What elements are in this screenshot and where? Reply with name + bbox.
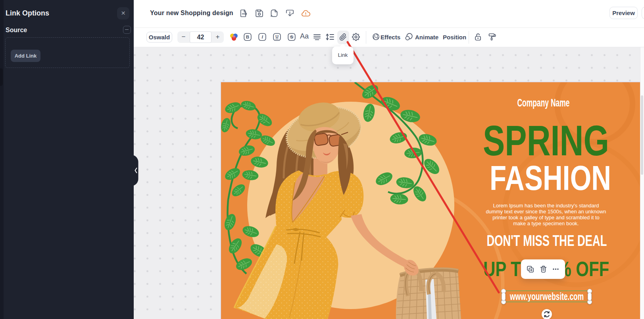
svg-text:printer took a galley of type: printer took a galley of type and scramb… — [492, 215, 600, 220]
svg-text:B: B — [246, 35, 249, 39]
svg-text:SPRING: SPRING — [483, 116, 609, 164]
svg-text:Company Name: Company Name — [517, 96, 569, 108]
svg-text:I: I — [261, 35, 263, 39]
svg-text:U: U — [275, 34, 279, 39]
svg-text:make a type specimen book.: make a type specimen book. — [513, 220, 579, 226]
svg-text:Lorem Ipsum has been the indus: Lorem Ipsum has been the industry's stan… — [493, 203, 599, 209]
svg-text:DON'T MISS THE DEAL: DON'T MISS THE DEAL — [487, 232, 607, 249]
svg-text:FASHION: FASHION — [490, 158, 611, 197]
svg-text:dummy text ever since the 1500: dummy text ever since the 1500s, when an… — [486, 209, 606, 215]
